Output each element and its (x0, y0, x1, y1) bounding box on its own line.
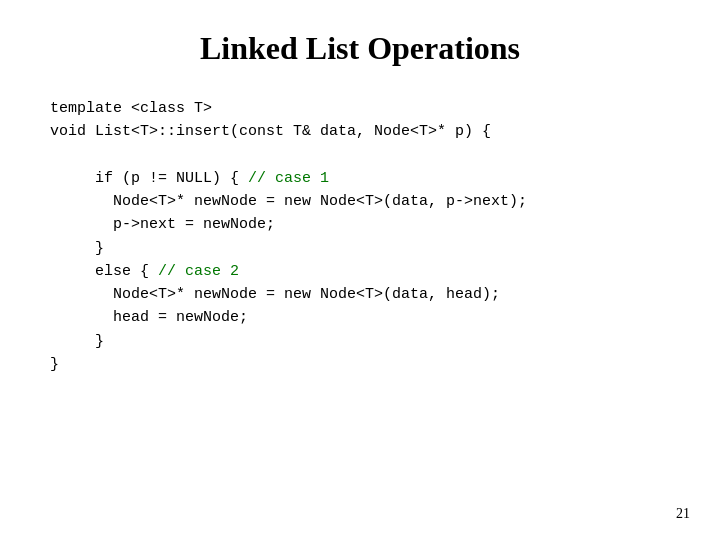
comment-case2: // case 2 (158, 263, 239, 280)
code-line-9: head = newNode; (50, 306, 670, 329)
slide-title: Linked List Operations (50, 30, 670, 67)
code-block: template <class T> void List<T>::insert(… (50, 97, 670, 376)
slide-container: Linked List Operations template <class T… (0, 0, 720, 540)
page-number: 21 (676, 506, 690, 522)
code-line-5: p->next = newNode; (50, 213, 670, 236)
comment-case1: // case 1 (248, 170, 329, 187)
code-line-10: } (50, 330, 670, 353)
code-line-blank (50, 144, 670, 167)
code-line-11: } (50, 353, 670, 376)
code-line-8: Node<T>* newNode = new Node<T>(data, hea… (50, 283, 670, 306)
code-line-4: Node<T>* newNode = new Node<T>(data, p->… (50, 190, 670, 213)
code-line-2: void List<T>::insert(const T& data, Node… (50, 120, 670, 143)
code-line-1: template <class T> (50, 97, 670, 120)
code-line-7: else { // case 2 (50, 260, 670, 283)
code-line-3: if (p != NULL) { // case 1 (50, 167, 670, 190)
code-line-6: } (50, 237, 670, 260)
